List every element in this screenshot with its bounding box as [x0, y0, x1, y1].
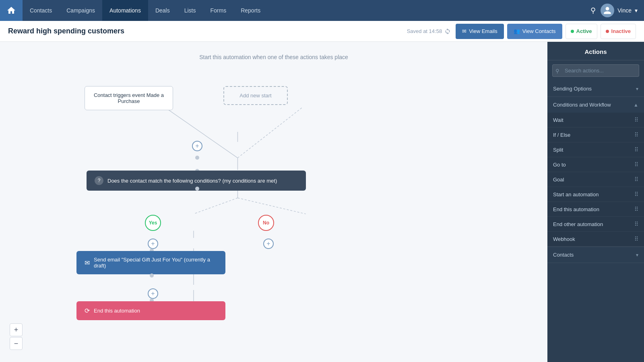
canvas-area: Start this automation when one of these …	[0, 42, 547, 362]
contacts-section-chevron: ▾	[636, 252, 638, 258]
header-actions: ✉ View Emails 👥 View Contacts Active Ina…	[456, 24, 636, 39]
contacts-section: Contacts ▾	[547, 247, 644, 263]
zoom-controls: + −	[10, 323, 23, 350]
svg-line-0	[165, 108, 237, 158]
chevron-down-icon: ▾	[635, 7, 638, 14]
svg-line-6	[237, 198, 305, 214]
wait-drag-icon: ⠿	[634, 117, 638, 123]
nav-reports[interactable]: Reports	[233, 0, 268, 21]
condition-text: Does the contact match the following con…	[107, 178, 277, 184]
yes-branch[interactable]: Yes	[145, 215, 161, 231]
nav-deals[interactable]: Deals	[148, 0, 177, 21]
user-name: Vince	[617, 7, 632, 14]
saved-text: Saved at 14:58	[407, 28, 442, 34]
email-action-box[interactable]: ✉ Send email "Special Gift Just For You"…	[76, 251, 225, 274]
condition-icon: ?	[95, 176, 103, 185]
zoom-in-button[interactable]: +	[10, 323, 23, 336]
contacts-icon: 👥	[514, 28, 520, 34]
sidebar-title: Actions	[547, 42, 644, 60]
end-automation-box[interactable]: ⟳ End this automation	[76, 301, 225, 320]
conditions-workflow-section: Conditions and Workflow ▲ Wait ⠿ If / El…	[547, 97, 644, 247]
top-nav: Contacts Campaigns Automations Deals Lis…	[0, 0, 644, 21]
inactive-status[interactable]: Inactive	[601, 24, 636, 39]
goto-drag-icon: ⠿	[634, 161, 638, 168]
avatar	[601, 4, 614, 17]
merge-dot	[195, 156, 199, 160]
add-new-start-box[interactable]: Add new start	[223, 86, 288, 105]
nav-contacts[interactable]: Contacts	[23, 0, 59, 21]
main-layout: Start this automation when one of these …	[0, 42, 644, 362]
no-branch[interactable]: No	[258, 215, 274, 231]
contacts-section-header[interactable]: Contacts ▾	[547, 247, 644, 263]
sidebar-item-end-this[interactable]: End this automation ⠿	[547, 202, 644, 217]
sidebar-item-split[interactable]: Split ⠿	[547, 142, 644, 157]
canvas-intro-text: Start this automation when one of these …	[199, 54, 348, 60]
sidebar-item-goto[interactable]: Go to ⠿	[547, 157, 644, 172]
sending-options-chevron: ▾	[636, 86, 638, 92]
if-else-drag-icon: ⠿	[634, 132, 638, 138]
end-label: End this automation	[94, 308, 140, 314]
sending-options-section: Sending Options ▾	[547, 81, 644, 97]
global-search-icon[interactable]: ⚲	[590, 6, 596, 15]
sidebar-search-icon: ⚲	[555, 68, 559, 74]
trigger-box[interactable]: Contact triggers event Made a Purchase	[85, 86, 173, 110]
zoom-out-button[interactable]: −	[10, 337, 23, 350]
sending-options-header[interactable]: Sending Options ▾	[547, 81, 644, 97]
end-other-drag-icon: ⠿	[634, 221, 638, 227]
automation-canvas[interactable]: Start this automation when one of these …	[0, 42, 547, 362]
split-drag-icon: ⠿	[634, 146, 638, 153]
nav-right: ⚲ Vince ▾	[584, 4, 644, 17]
inactive-dot	[606, 30, 609, 33]
nav-campaigns[interactable]: Campaigns	[59, 0, 102, 21]
page-title: Reward high spending customers	[8, 27, 402, 35]
add-new-start-label: Add new start	[239, 93, 272, 99]
end-this-drag-icon: ⠿	[634, 206, 638, 212]
conditions-workflow-header[interactable]: Conditions and Workflow ▲	[547, 97, 644, 113]
conditions-workflow-chevron: ▲	[634, 102, 638, 108]
nav-lists[interactable]: Lists	[177, 0, 203, 21]
active-dot	[571, 30, 574, 33]
goal-drag-icon: ⠿	[634, 176, 638, 183]
home-button[interactable]	[0, 0, 23, 21]
view-emails-button[interactable]: ✉ View Emails	[456, 24, 504, 39]
sidebar-item-end-other[interactable]: End other automation ⠿	[547, 217, 644, 232]
post-email-dot	[150, 274, 154, 278]
end-icon: ⟳	[85, 307, 90, 315]
trigger-label: Contact triggers event Made a Purchase	[94, 92, 164, 104]
add-step-button-1[interactable]: +	[192, 141, 202, 151]
svg-line-5	[194, 198, 237, 214]
sidebar-item-goal[interactable]: Goal ⠿	[547, 172, 644, 187]
sidebar-item-wait[interactable]: Wait ⠿	[547, 113, 644, 128]
saved-info: Saved at 14:58	[407, 28, 451, 35]
start-automation-drag-icon: ⠿	[634, 191, 638, 197]
add-step-button-yes[interactable]: +	[148, 239, 158, 249]
add-step-button-no[interactable]: +	[263, 239, 274, 249]
active-status[interactable]: Active	[566, 24, 597, 39]
email-action-label: Send email "Special Gift Just For You" (…	[94, 257, 217, 269]
sidebar-search-input[interactable]	[552, 64, 639, 77]
svg-line-1	[237, 108, 301, 158]
actions-sidebar: Actions ⚲ Sending Options ▾ Conditions a…	[547, 42, 644, 362]
nav-automations[interactable]: Automations	[102, 0, 148, 21]
user-menu[interactable]: Vince ▾	[601, 4, 638, 17]
add-step-button-2[interactable]: +	[148, 288, 158, 299]
nav-forms[interactable]: Forms	[203, 0, 234, 21]
sidebar-item-start-automation[interactable]: Start an automation ⠿	[547, 187, 644, 202]
email-send-icon: ✉	[85, 259, 90, 267]
sidebar-item-if-else[interactable]: If / Else ⠿	[547, 128, 644, 142]
webhook-drag-icon: ⠿	[634, 236, 638, 242]
sidebar-item-webhook[interactable]: Webhook ⠿	[547, 232, 644, 247]
email-icon: ✉	[462, 28, 466, 34]
nav-items: Contacts Campaigns Automations Deals Lis…	[23, 0, 584, 21]
view-contacts-button[interactable]: 👥 View Contacts	[507, 24, 562, 39]
header-bar: Reward high spending customers Saved at …	[0, 21, 644, 42]
post-condition-dot	[195, 187, 199, 191]
sidebar-search-container: ⚲	[552, 64, 639, 77]
